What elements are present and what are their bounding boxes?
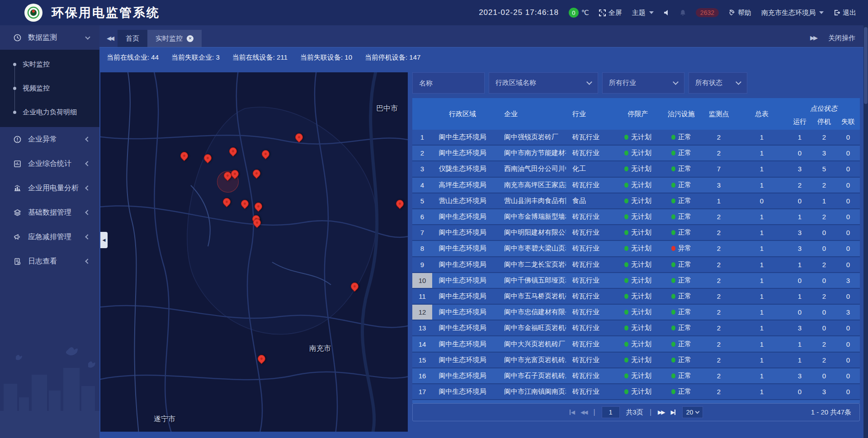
- cell-facility-status: 正常: [661, 273, 702, 288]
- sidebar-item-power-load-detail[interactable]: 企业电力负荷明细: [0, 100, 99, 124]
- cell-facility-status: 正常: [661, 353, 702, 367]
- first-page-button[interactable]: ◀: [569, 409, 574, 415]
- sidebar-item-realtime-monitor[interactable]: 实时监控: [0, 52, 99, 76]
- sidebar-item-power-analysis[interactable]: 企业用电量分析: [0, 176, 99, 200]
- status-dot-green: [624, 135, 628, 140]
- logout-button[interactable]: 退出: [834, 9, 856, 17]
- table-row[interactable]: 14阆中生态环境局阆中大兴页岩机砖厂砖瓦行业无计划正常21120: [412, 336, 860, 352]
- page-scrollbar[interactable]: [863, 25, 868, 438]
- row-number: 14: [412, 336, 432, 351]
- stat-offline-devices: 当前失联设备: 10: [300, 53, 352, 62]
- table-row[interactable]: 7阆中生态环境局阆中明阳建材有限公司砖瓦行业无计划正常21300: [412, 225, 860, 241]
- org-dropdown[interactable]: 南充市生态环境局: [761, 9, 824, 17]
- notification-count-badge[interactable]: 2632: [696, 8, 719, 17]
- cell-halt-count: 2: [812, 353, 836, 367]
- table-row[interactable]: 11阆中生态环境局阆中市五马桥页岩机砖砖瓦行业无计划正常21120: [412, 289, 860, 305]
- row-number: 10: [412, 273, 432, 288]
- sidebar-item-enterprise-abnormal[interactable]: 企业异常: [0, 127, 99, 151]
- fullscreen-button[interactable]: 全屏: [599, 9, 622, 17]
- cell-monitor-points: 7: [702, 161, 736, 176]
- last-page-button[interactable]: ▶: [671, 409, 676, 415]
- cell-total-meter: 1: [736, 289, 788, 304]
- weather-indicator: 0 ℃: [569, 8, 589, 18]
- row-number: 7: [412, 225, 432, 240]
- cell-halt-count: 0: [812, 320, 836, 335]
- cell-total-meter: 1: [736, 273, 788, 288]
- sidebar-item-enterprise-statistics[interactable]: 企业综合统计: [0, 151, 99, 176]
- cell-monitor-points: 2: [702, 225, 736, 240]
- table-row[interactable]: 15阆中生态环境局阆中市光富页岩机砖厂砖瓦行业无计划正常21120: [412, 353, 860, 368]
- page-number-input[interactable]: [602, 406, 620, 418]
- sidebar-item-emergency-reduction[interactable]: 应急减排管理: [0, 225, 99, 249]
- map-panel[interactable]: 巴中市南充市遂宁市 ◀: [100, 72, 408, 432]
- tab-scroll-left-button[interactable]: ◀◀: [99, 35, 118, 47]
- col-industry: 行业: [566, 98, 615, 130]
- table-row[interactable]: 16阆中生态环境局阆中市石子页岩机砖厂砖瓦行业无计划正常21300: [412, 368, 860, 384]
- cell-region: 阆中生态环境局: [432, 225, 493, 240]
- cell-halt-count: 2: [812, 178, 836, 193]
- fullscreen-icon: [599, 9, 606, 16]
- cell-lost-count: 0: [836, 178, 860, 193]
- row-number: 2: [412, 146, 432, 160]
- total-pages-label: 共3页: [626, 408, 643, 417]
- table-row[interactable]: 6阆中生态环境局阆中市金博瑞新型墙材砖瓦行业无计划正常21120: [412, 209, 860, 225]
- tab-label: 实时监控: [156, 34, 183, 43]
- row-number: 15: [412, 353, 432, 367]
- table-row[interactable]: 3仪陇生态环境局西南油气田分公司川中化工无计划正常71350: [412, 161, 860, 177]
- status-dot-green: [671, 166, 675, 171]
- table-row[interactable]: 1阆中生态环境局阆中强锐页岩砖厂砖瓦行业无计划正常21120: [412, 130, 860, 146]
- table-row[interactable]: 13阆中生态环境局阆中市金福旺页岩机砖砖瓦行业无计划正常21300: [412, 320, 860, 336]
- industry-filter-select[interactable]: 所有行业: [602, 72, 684, 94]
- tab-close-icon[interactable]: ✕: [187, 35, 193, 42]
- sidebar-item-base-data[interactable]: 基础数据管理: [0, 200, 99, 225]
- scrollbar-thumb[interactable]: [864, 27, 868, 104]
- table-row[interactable]: 9阆中生态环境局阆中市二龙长宝页岩砖砖瓦行业无计划正常21120: [412, 257, 860, 273]
- status-dot-green: [624, 310, 628, 315]
- table-row[interactable]: 5营山生态环境局营山县润丰肉食品有限食品无计划正常10010: [412, 193, 860, 209]
- cell-monitor-points: 2: [702, 257, 736, 272]
- sound-toggle[interactable]: [664, 9, 670, 16]
- tab-home[interactable]: 首页: [118, 30, 147, 47]
- table-row[interactable]: 10阆中生态环境局阆中千佛镇五郎垭页岩砖瓦行业无计划正常21003: [412, 273, 860, 289]
- page-size-select[interactable]: 20: [682, 406, 703, 418]
- cell-company: 南充市高坪区王家店建: [493, 178, 566, 193]
- cell-industry: 砖瓦行业: [566, 368, 615, 383]
- table-row[interactable]: 17阆中生态环境局阆中市江南镇阆南页岩砖瓦行业无计划正常21030: [412, 384, 860, 400]
- sidebar-item-label: 日志查看: [28, 257, 57, 266]
- region-filter-select[interactable]: 行政区域名称: [489, 72, 598, 94]
- cell-halt-count: 0: [812, 368, 836, 383]
- prev-page-button[interactable]: ◀◀: [580, 409, 587, 415]
- help-button[interactable]: 帮助: [729, 9, 751, 17]
- sidebar-item-data-monitor[interactable]: 数据监测: [0, 25, 99, 50]
- tab-scroll-right-button[interactable]: ▶▶: [810, 34, 816, 42]
- cell-halt-count: 1: [812, 193, 836, 208]
- theme-dropdown[interactable]: 主题: [632, 9, 654, 17]
- record-range-label: 1 - 20 共47条: [811, 408, 859, 417]
- name-filter-input[interactable]: [412, 72, 485, 94]
- table-row[interactable]: 2阆中生态环境局阆中市南方节能建材有砖瓦行业无计划正常21030: [412, 146, 860, 161]
- sidebar-item-video-monitor[interactable]: 视频监控: [0, 76, 99, 100]
- bullet-dot-icon: [13, 111, 16, 114]
- chevron-down-icon: [85, 34, 90, 39]
- col-total-meter: 总表: [736, 98, 788, 130]
- cell-run-count: 0: [788, 400, 812, 403]
- next-page-button[interactable]: ▶▶: [658, 409, 664, 415]
- cell-halt-count: 0: [812, 225, 836, 240]
- table-header: 行政区域 企业 行业 停限产 治污设施 监测点 总表 点位状态 运行 停机 失联: [412, 98, 860, 130]
- bullet-dot-icon: [13, 87, 16, 90]
- cell-run-count: 1: [788, 289, 812, 304]
- close-operations-button[interactable]: 关闭操作: [828, 34, 855, 42]
- tab-realtime-monitor[interactable]: 实时监控 ✕: [147, 30, 202, 47]
- sidebar-item-log-view[interactable]: 日志查看: [0, 249, 99, 273]
- table-row[interactable]: 18南部生态环境局南部县砖华水泥有限公建材加工无计划正常60060: [412, 400, 860, 403]
- table-row[interactable]: 12阆中生态环境局阆中市忠信建材有限公砖瓦行业无计划正常21003: [412, 305, 860, 320]
- sidebar-collapse-handle[interactable]: ◀: [100, 232, 108, 248]
- status-dot-green: [624, 325, 628, 330]
- cell-company: 阆中市金博瑞新型墙材: [493, 209, 566, 224]
- table-row[interactable]: 8阆中生态环境局阆中市枣碧大梁山页岩砖瓦行业无计划异常21300: [412, 241, 860, 257]
- sidebar-submenu: 实时监控 视频监控 企业电力负荷明细: [0, 50, 99, 127]
- cell-region: 阆中生态环境局: [432, 273, 493, 288]
- table-row[interactable]: 4高坪生态环境局南充市高坪区王家店建砖瓦行业无计划正常31220: [412, 178, 860, 193]
- cell-total-meter: 1: [736, 368, 788, 383]
- status-filter-select[interactable]: 所有状态: [689, 72, 747, 94]
